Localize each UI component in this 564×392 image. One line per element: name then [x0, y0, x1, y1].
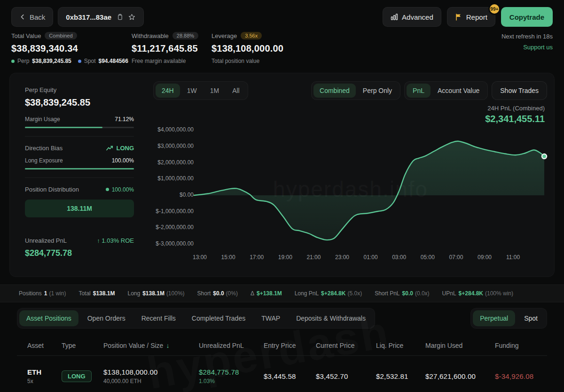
positions-table: AssetTypePosition Value / Size↓Unrealize…	[17, 342, 547, 391]
summary-total: Total$138.1M	[78, 290, 115, 297]
current-price: $3,452.70	[316, 372, 376, 380]
column-header[interactable]: Margin Used	[425, 342, 495, 349]
position-value: $138,108,000.00	[103, 368, 199, 376]
mode-combined[interactable]: Combined	[313, 84, 356, 98]
long-exposure-value: 100.00%	[112, 157, 134, 164]
pnl-area-chart[interactable]	[179, 122, 550, 262]
star-icon[interactable]	[128, 13, 136, 21]
mode-perp-only[interactable]: Perp Only	[357, 84, 398, 98]
range-tab-1m[interactable]: 1M	[204, 84, 225, 98]
leverage-value: $138,108,000.00	[212, 43, 283, 54]
equity-chart-card: Perp Equity $38,839,245.85 Margin Usage …	[9, 73, 555, 277]
position-type-badge: LONG	[62, 370, 92, 382]
divider	[25, 177, 134, 178]
tab-twap[interactable]: TWAP	[254, 310, 287, 326]
column-header[interactable]: Funding	[495, 342, 547, 349]
total-value: $38,839,340.34	[11, 43, 128, 54]
chart-pnl-label: 24H PnL (Combined)	[487, 105, 545, 112]
back-label: Back	[30, 13, 45, 21]
report-label: Report	[466, 13, 487, 21]
mode-toggle: Combined Perp Only	[311, 81, 400, 100]
column-header[interactable]: Entry Price	[264, 342, 316, 349]
margin-usage-value: 71.12%	[115, 116, 134, 123]
positions-summary-bar: Positions1(1 win) Total$138.1M Long$138.…	[0, 284, 564, 302]
metric-account-value[interactable]: Account Value	[431, 84, 486, 98]
perp-dot-icon	[11, 60, 15, 63]
tab-completed-trades[interactable]: Completed Trades	[185, 310, 252, 326]
leverage-sub: Total position value	[212, 58, 283, 64]
summary-short-pnl: Short PnL$0.0(0.0x)	[375, 290, 429, 297]
unrealized-pnl-value: $284,775.78	[25, 248, 134, 258]
asset-leverage: 5x	[27, 378, 62, 384]
tab-asset-positions[interactable]: Asset Positions	[19, 310, 78, 326]
spot-dot-icon	[78, 60, 81, 63]
range-tab-24h[interactable]: 24H	[156, 84, 180, 98]
tab-deposits-withdrawals[interactable]: Deposits & Withdrawals	[289, 310, 373, 326]
column-header[interactable]: Unrealized PnL	[199, 342, 264, 349]
metric-pnl[interactable]: PnL	[407, 84, 431, 98]
tab-open-orders[interactable]: Open Orders	[80, 310, 133, 326]
toggle-perpetual[interactable]: Perpetual	[473, 310, 515, 326]
liq-price: $2,532.81	[376, 372, 425, 380]
perp-equity-label: Perp Equity	[25, 86, 134, 93]
support-us-link[interactable]: Support us	[501, 44, 553, 51]
funding: $-34,926.08	[495, 372, 547, 380]
trend-up-icon	[106, 146, 113, 151]
combined-badge: Combined	[45, 32, 77, 39]
advanced-button[interactable]: Advanced	[383, 7, 441, 27]
withdrawable-pct-badge: 28.88%	[172, 32, 198, 39]
column-header[interactable]: Liq. Price	[376, 342, 425, 349]
distribution-dot-icon	[106, 188, 109, 191]
perp-label: Perp	[17, 58, 29, 64]
withdrawable-value: $11,217,645.85	[132, 43, 198, 54]
section-tabs: Asset Positions Open Orders Recent Fills…	[17, 308, 375, 329]
copy-icon[interactable]	[116, 13, 123, 21]
show-trades-button[interactable]: Show Trades	[492, 81, 547, 100]
perp-value: $38,839,245.85	[32, 58, 71, 64]
time-range-tabs: 24H 1W 1M All	[153, 81, 248, 100]
divider	[17, 355, 547, 356]
long-exposure-bar	[25, 168, 134, 169]
leverage-label: Leverage	[212, 32, 237, 39]
metric-toggle: PnL Account Value	[404, 81, 488, 100]
report-button[interactable]: Report 99+	[447, 7, 495, 27]
range-tab-1w[interactable]: 1W	[181, 84, 203, 98]
wallet-address: 0xb317...83ae	[66, 13, 111, 21]
account-panel: Perp Equity $38,839,245.85 Margin Usage …	[25, 86, 134, 258]
margin-used: $27,621,600.00	[425, 372, 495, 380]
wallet-address-pill[interactable]: 0xb317...83ae	[58, 7, 144, 27]
position-size: 40,000.00 ETH	[103, 378, 199, 384]
flag-icon	[455, 13, 462, 21]
long-exposure-label: Long Exposure	[25, 157, 63, 164]
total-value-label: Total Value	[11, 32, 41, 39]
table-row-eth[interactable]: ETH 5x LONG $138,108,000.00 40,000.00 ET…	[17, 361, 547, 391]
column-header[interactable]: Position Value / Size↓	[103, 342, 199, 349]
column-header[interactable]: Current Price	[316, 342, 376, 349]
asset-symbol: ETH	[27, 368, 62, 376]
tab-recent-fills[interactable]: Recent Fills	[134, 310, 183, 326]
top-bar: Back 0xb317...83ae Advanced Report 99+ C…	[11, 7, 553, 27]
copytrade-button[interactable]: Copytrade	[501, 7, 553, 27]
entry-price: $3,445.58	[264, 372, 316, 380]
summary-upnl: UPnL$+284.8K(100% win)	[442, 290, 513, 297]
withdrawable-stat: Withdrawable 28.88% $11,217,645.85 Free …	[132, 32, 198, 64]
withdrawable-sub: Free margin available	[132, 58, 198, 64]
position-distribution-value: 100.00%	[106, 186, 134, 193]
sort-desc-icon: ↓	[166, 342, 169, 349]
account-stats: Total Value Combined $38,839,340.34 Perp…	[11, 32, 553, 66]
margin-usage-label: Margin Usage	[25, 116, 60, 123]
margin-usage-bar	[25, 127, 134, 128]
market-toggle: Perpetual Spot	[470, 308, 547, 329]
report-count-badge: 99+	[488, 3, 501, 15]
summary-long: Long$138.1M(100%)	[127, 290, 184, 297]
range-tab-all[interactable]: All	[226, 84, 246, 98]
summary-delta: Δ$+138.1M	[251, 290, 282, 297]
toggle-spot[interactable]: Spot	[517, 310, 545, 326]
column-header[interactable]: Asset	[27, 342, 62, 349]
leverage-badge: 3.56x	[241, 32, 262, 39]
spot-value: $94.484566	[98, 58, 128, 64]
row-unrealized-pnl: $284,775.78	[199, 368, 264, 376]
direction-bias-label: Direction Bias	[25, 145, 63, 152]
back-button[interactable]: Back	[11, 7, 53, 27]
column-header[interactable]: Type	[62, 342, 103, 349]
